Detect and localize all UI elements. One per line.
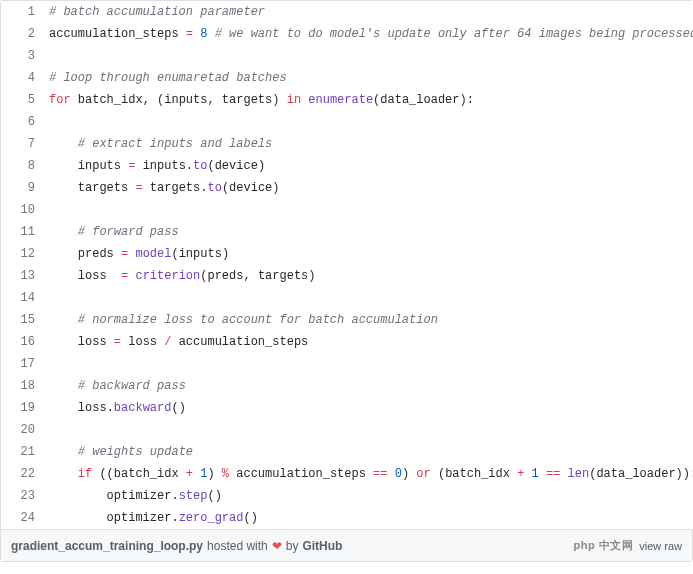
line-number[interactable]: 14 [1,287,45,309]
line-number[interactable]: 15 [1,309,45,331]
code-row: 7 # extract inputs and labels [1,133,693,155]
line-number[interactable]: 13 [1,265,45,287]
line-number[interactable]: 16 [1,331,45,353]
line-number[interactable]: 10 [1,199,45,221]
line-code: # backward pass [45,375,693,397]
line-number[interactable]: 9 [1,177,45,199]
line-number[interactable]: 7 [1,133,45,155]
heart-icon: ❤ [272,539,282,553]
hosted-with-text: hosted with [207,539,268,553]
line-code: # normalize loss to account for batch ac… [45,309,693,331]
footer-left: gradient_accum_training_loop.py hosted w… [11,539,342,553]
line-number[interactable]: 6 [1,111,45,133]
watermark-text: php 中文网 [573,538,633,553]
line-code: if ((batch_idx + 1) % accumulation_steps… [45,463,693,485]
code-body: 1# batch accumulation parameter2accumula… [1,1,693,529]
code-row: 17 [1,353,693,375]
code-row: 8 inputs = inputs.to(device) [1,155,693,177]
code-row: 24 optimizer.zero_grad() [1,507,693,529]
line-number[interactable]: 5 [1,89,45,111]
github-link[interactable]: GitHub [302,539,342,553]
line-code [45,353,693,375]
line-code: loss.backward() [45,397,693,419]
footer-right: php 中文网 view raw [573,538,682,553]
line-number[interactable]: 2 [1,23,45,45]
code-row: 4# loop through enumaretad batches [1,67,693,89]
line-code: # loop through enumaretad batches [45,67,693,89]
code-row: 3 [1,45,693,67]
code-row: 1# batch accumulation parameter [1,1,693,23]
line-code: # weights update [45,441,693,463]
filename-link[interactable]: gradient_accum_training_loop.py [11,539,203,553]
code-row: 2accumulation_steps = 8 # we want to do … [1,23,693,45]
code-row: 18 # backward pass [1,375,693,397]
line-code: optimizer.step() [45,485,693,507]
code-row: 5for batch_idx, (inputs, targets) in enu… [1,89,693,111]
code-row: 23 optimizer.step() [1,485,693,507]
by-text: by [286,539,299,553]
line-number[interactable]: 18 [1,375,45,397]
code-row: 11 # forward pass [1,221,693,243]
gist-footer: gradient_accum_training_loop.py hosted w… [1,529,692,561]
line-code [45,287,693,309]
code-row: 20 [1,419,693,441]
code-row: 16 loss = loss / accumulation_steps [1,331,693,353]
line-code: loss = criterion(preds, targets) [45,265,693,287]
code-table: 1# batch accumulation parameter2accumula… [1,1,693,529]
line-number[interactable]: 3 [1,45,45,67]
code-row: 13 loss = criterion(preds, targets) [1,265,693,287]
line-number[interactable]: 12 [1,243,45,265]
line-number[interactable]: 24 [1,507,45,529]
line-code: loss = loss / accumulation_steps [45,331,693,353]
line-number[interactable]: 23 [1,485,45,507]
line-code [45,111,693,133]
line-number[interactable]: 22 [1,463,45,485]
line-number[interactable]: 19 [1,397,45,419]
line-number[interactable]: 8 [1,155,45,177]
line-code: accumulation_steps = 8 # we want to do m… [45,23,693,45]
code-row: 12 preds = model(inputs) [1,243,693,265]
line-code [45,45,693,67]
line-code: # batch accumulation parameter [45,1,693,23]
code-row: 9 targets = targets.to(device) [1,177,693,199]
code-row: 19 loss.backward() [1,397,693,419]
line-number[interactable]: 17 [1,353,45,375]
line-code: inputs = inputs.to(device) [45,155,693,177]
line-number[interactable]: 20 [1,419,45,441]
line-number[interactable]: 4 [1,67,45,89]
line-number[interactable]: 21 [1,441,45,463]
gist-container: 1# batch accumulation parameter2accumula… [0,0,693,562]
code-row: 14 [1,287,693,309]
line-number[interactable]: 1 [1,1,45,23]
code-row: 10 [1,199,693,221]
line-code: # extract inputs and labels [45,133,693,155]
line-code: optimizer.zero_grad() [45,507,693,529]
line-code [45,199,693,221]
code-row: 6 [1,111,693,133]
line-code [45,419,693,441]
line-code: # forward pass [45,221,693,243]
line-code: targets = targets.to(device) [45,177,693,199]
code-row: 21 # weights update [1,441,693,463]
code-row: 15 # normalize loss to account for batch… [1,309,693,331]
line-code: for batch_idx, (inputs, targets) in enum… [45,89,693,111]
view-raw-link[interactable]: view raw [639,540,682,552]
line-code: preds = model(inputs) [45,243,693,265]
line-number[interactable]: 11 [1,221,45,243]
code-row: 22 if ((batch_idx + 1) % accumulation_st… [1,463,693,485]
